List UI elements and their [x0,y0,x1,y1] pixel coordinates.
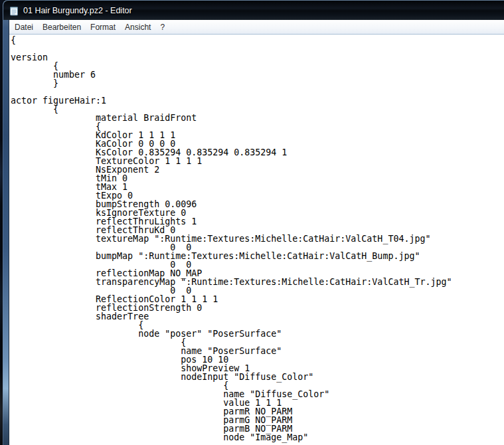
menu-item-bearbeiten[interactable]: Bearbeiten [38,21,86,34]
menu-bar: Datei Bearbeiten Format Ansicht ? [9,20,504,35]
menu-item-ansicht[interactable]: Ansicht [120,21,155,34]
menu-item-datei[interactable]: Datei [10,21,38,34]
menu-item-format[interactable]: Format [86,21,120,34]
menu-item-hilfe[interactable]: ? [155,21,169,34]
title-bar[interactable]: 01 Hair Burgundy.pz2 - Editor [3,1,504,20]
window-body: Datei Bearbeiten Format Ansicht ? { vers… [9,20,504,445]
text-editor-area[interactable]: { version { number 6 } actor figureHair:… [9,35,504,445]
notepad-window: 01 Hair Burgundy.pz2 - Editor Datei Bear… [3,0,504,445]
window-title: 01 Hair Burgundy.pz2 - Editor [23,6,132,15]
desktop-background: { "window": { "title": "01 Hair Burgundy… [0,0,504,445]
notepad-icon[interactable] [9,5,19,16]
